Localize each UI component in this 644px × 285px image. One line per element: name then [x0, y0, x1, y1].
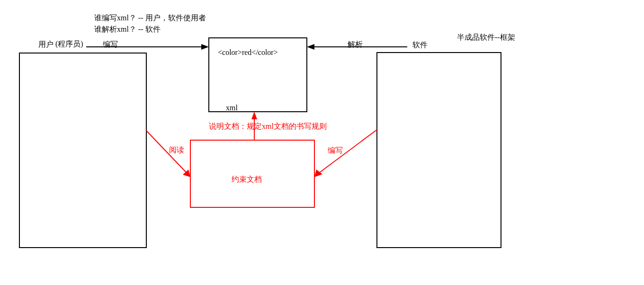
- write-arrow-red: [314, 130, 377, 177]
- xml-content: <color>red</color>: [218, 48, 278, 57]
- user-box: [19, 53, 146, 248]
- software-label: 软件: [412, 40, 428, 50]
- xml-label: xml: [226, 104, 238, 112]
- svg-marker-9: [314, 169, 322, 177]
- svg-marker-7: [183, 169, 190, 177]
- framework-label: 半成品软件--框架: [457, 33, 515, 43]
- user-label: 用户: [38, 40, 54, 50]
- header-line-2: 谁解析xml？ -- 软件: [94, 25, 161, 35]
- read-arrow-label: 阅读: [169, 145, 184, 155]
- constraint-doc-label: 约束文档: [232, 175, 262, 185]
- parse-arrow-label: 解析: [348, 40, 363, 50]
- svg-line-8: [317, 130, 377, 174]
- svg-marker-5: [251, 112, 257, 119]
- svg-marker-3: [307, 44, 314, 50]
- write-arrow-label-red: 编写: [328, 146, 343, 156]
- software-box: [377, 53, 501, 248]
- svg-marker-1: [201, 44, 209, 50]
- doc-note-label: 说明文档：规定xml文档的书写规则: [209, 122, 327, 132]
- programmer-label: (程序员): [55, 39, 83, 49]
- header-line-1: 谁编写xml？ -- 用户，软件使用者: [94, 13, 206, 23]
- write-arrow-label: 编写: [103, 40, 118, 50]
- constraint-doc-box: [190, 140, 314, 207]
- diagram-overlay: [0, 0, 644, 285]
